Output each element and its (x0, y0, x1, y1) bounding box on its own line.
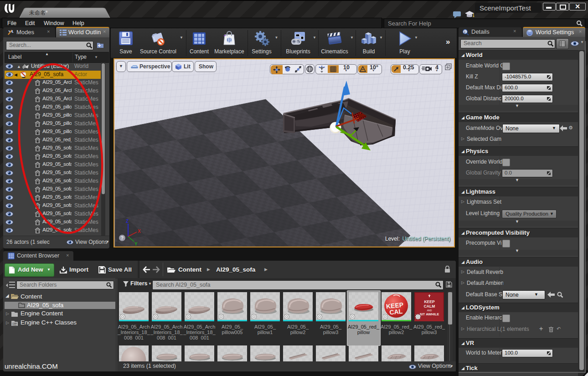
svg-text:CALM: CALM (424, 304, 435, 309)
svg-text:CAL: CAL (389, 308, 403, 316)
svg-text:C++: C++ (13, 323, 17, 325)
svg-text:KEEP: KEEP (424, 299, 434, 304)
svg-text:Level:: Level: (385, 236, 400, 242)
svg-text:Untitled (Persistent): Untitled (Persistent) (402, 236, 450, 242)
svg-text:SIT AWHILE: SIT AWHILE (420, 312, 439, 316)
svg-text:Z: Z (126, 219, 129, 224)
svg-text:Y: Y (134, 242, 138, 247)
svg-text:X: X (138, 229, 141, 234)
svg-text:?: ? (121, 235, 124, 241)
svg-text:AND: AND (427, 309, 432, 312)
